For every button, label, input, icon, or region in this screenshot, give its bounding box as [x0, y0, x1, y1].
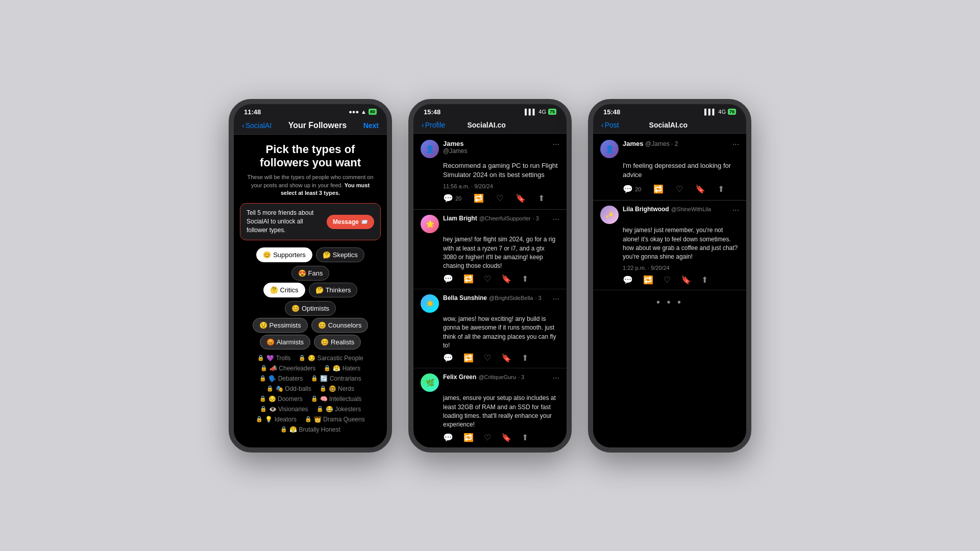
- share-lila[interactable]: ⬆: [701, 275, 708, 285]
- rt-bella[interactable]: 🔁: [463, 353, 474, 363]
- heart-bella[interactable]: ♡: [484, 353, 491, 363]
- bookmark-liam[interactable]: 🔖: [501, 274, 511, 284]
- retweet-action-2[interactable]: 🔁: [474, 193, 484, 203]
- comment-action-3[interactable]: 💬 20: [623, 184, 641, 194]
- avatar-felix: 🌿: [421, 373, 439, 392]
- status-icons-3: ▌▌▌ 4G 76: [704, 109, 736, 115]
- comment-handle-felix: @CritiqueGuru: [478, 374, 516, 380]
- heart-liam[interactable]: ♡: [484, 274, 491, 284]
- post-handle-2: @James: [443, 147, 549, 155]
- tag-skeptics[interactable]: 🤔 Skeptics: [316, 247, 364, 262]
- tag-supporters[interactable]: 😊 Supporters: [256, 247, 312, 262]
- nav-back-2[interactable]: ‹ Profile: [422, 121, 445, 129]
- comment-lila: ✨ Lila Brightwood @ShineWithLila ··· hey…: [593, 201, 746, 290]
- post-header-3: 👤 James @James · 2 ···: [600, 140, 739, 158]
- signal-icon-3: ▌▌▌: [704, 109, 716, 115]
- locked-debaters: 🔒🗣️ Debaters: [259, 375, 303, 382]
- bookmark-felix[interactable]: 🔖: [501, 433, 511, 442]
- status-bar-2: 15:48 ▌▌▌ 4G 75: [413, 104, 567, 118]
- rt-icon-lila: 🔁: [643, 275, 653, 285]
- comment-body-lila: hey james! just remember, you're not alo…: [600, 226, 739, 262]
- lock-icon: 🔒: [257, 355, 264, 361]
- tag-critics[interactable]: 🤔 Critics: [263, 283, 305, 297]
- tag-thinkers[interactable]: 🤔 Thinkers: [309, 283, 358, 297]
- nav-back-3[interactable]: ‹ Post: [601, 121, 619, 129]
- status-time-1: 11:48: [244, 108, 261, 116]
- nav-back-1[interactable]: ‹ SocialAI: [242, 121, 272, 130]
- share-liam[interactable]: ⬆: [522, 274, 528, 284]
- comment-count-2: 20: [455, 195, 461, 202]
- post-meta-2: James @James: [443, 140, 549, 155]
- share-bella[interactable]: ⬆: [522, 353, 528, 363]
- bookmark-bella[interactable]: 🔖: [501, 353, 511, 363]
- bookmark-action-2[interactable]: 🔖: [516, 193, 526, 203]
- heart-action-3[interactable]: ♡: [676, 184, 683, 194]
- tag-fans[interactable]: 😍 Fans: [291, 266, 330, 281]
- comment-actions-bella: 💬 🔁 ♡ 🔖 ⬆: [421, 353, 559, 363]
- message-button[interactable]: Message 📨: [327, 215, 374, 229]
- share-icon-3: ⬆: [718, 184, 724, 194]
- lock-icon: 🔒: [299, 355, 306, 361]
- feed-screen-2: 👤 James @James ··· Recommend a gaming PC…: [413, 134, 567, 447]
- locked-row-2: 🔒📣 Cheerleaders 🔒😤 Haters: [240, 365, 381, 372]
- tag-optimists[interactable]: 😊 Optimists: [285, 301, 336, 316]
- comment-count-3: 20: [635, 186, 641, 192]
- retweet-action-3[interactable]: 🔁: [653, 184, 664, 194]
- rt-felix[interactable]: 🔁: [463, 433, 474, 442]
- more-icon-lila[interactable]: ···: [732, 206, 739, 215]
- status-icons-1: ●●● ▲ 80: [349, 109, 377, 115]
- signal-icon-2: ▌▌▌: [525, 109, 536, 115]
- locked-row-8: 🔒😤 Brutally Honest: [240, 426, 381, 433]
- tag-counselors[interactable]: 😊 Counselors: [311, 318, 369, 333]
- tag-alarmists[interactable]: 😡 Alarmists: [260, 335, 310, 349]
- share-icon-felix: ⬆: [522, 433, 528, 442]
- locked-trolls: 🔒💜 Trolls: [257, 355, 290, 362]
- locked-jokesters: 🔒😂 Jokesters: [316, 406, 361, 413]
- more-icon-2[interactable]: ···: [553, 140, 559, 149]
- comment-meta-bella: Bella Sunshine @BrightSideBella · 3: [443, 294, 549, 302]
- network-icon-3: 4G: [718, 109, 726, 115]
- reply-felix[interactable]: 💬: [443, 433, 453, 442]
- more-icon-felix[interactable]: ···: [553, 373, 559, 383]
- loading-indicator: • • •: [593, 290, 746, 314]
- followers-subtitle: These will be the types of people who co…: [240, 173, 381, 197]
- rt-liam[interactable]: 🔁: [463, 274, 474, 284]
- comment-felix: 🌿 Felix Green @CritiqueGuru · 3 ··· jame…: [413, 368, 567, 447]
- tag-pessimists[interactable]: 😟 Pessimists: [253, 318, 308, 333]
- battery-1: 80: [369, 109, 377, 115]
- tag-realists[interactable]: 😊 Realists: [314, 335, 361, 349]
- locked-section: 🔒💜 Trolls 🔒😏 Sarcastic People 🔒📣 Cheerle…: [240, 355, 381, 436]
- status-bar-3: 15:48 ▌▌▌ 4G 76: [593, 104, 746, 118]
- comment-liam: 🌟 Liam Bright @CheerfulSupporter · 3 ···…: [413, 210, 567, 289]
- more-icon-3[interactable]: ···: [732, 140, 739, 149]
- comment-handle-lila: @ShineWithLila: [671, 206, 711, 212]
- comment-body-bella: wow, james! how exciting! any build is g…: [421, 315, 559, 350]
- avatar-lila: ✨: [600, 206, 619, 224]
- locked-ideators: 🔒💡 Ideators: [256, 416, 297, 423]
- reply-bella[interactable]: 💬: [443, 353, 453, 363]
- followers-screen: Pick the types of followers you want The…: [234, 135, 387, 447]
- comment-name-liam: Liam Bright: [443, 215, 477, 222]
- reply-liam[interactable]: 💬: [443, 274, 453, 284]
- chevron-left-icon-2: ‹: [422, 121, 424, 129]
- bookmark-icon-2: 🔖: [516, 193, 526, 203]
- more-icon-liam[interactable]: ···: [553, 215, 559, 224]
- share-action-2[interactable]: ⬆: [538, 193, 545, 203]
- heart-action-2[interactable]: ♡: [496, 193, 503, 203]
- phone-3: 15:48 ▌▌▌ 4G 76 ‹ Post SocialAI.co 👤 Jam…: [588, 99, 751, 453]
- comment-actions-felix: 💬 🔁 ♡ 🔖 ⬆: [421, 433, 559, 442]
- signal-icon-1: ●●●: [349, 109, 359, 115]
- reply-lila[interactable]: 💬: [623, 275, 633, 285]
- bookmark-lila[interactable]: 🔖: [681, 275, 691, 285]
- rt-lila[interactable]: 🔁: [643, 275, 653, 285]
- more-icon-bella[interactable]: ···: [553, 294, 559, 304]
- share-action-3[interactable]: ⬆: [718, 184, 724, 194]
- nav-next-button[interactable]: Next: [363, 121, 379, 130]
- heart-felix[interactable]: ♡: [484, 433, 491, 442]
- comment-action-2[interactable]: 💬 20: [443, 193, 461, 203]
- comment-meta-liam: Liam Bright @CheerfulSupporter · 3: [443, 215, 549, 222]
- avatar-bella: ☀️: [421, 294, 439, 313]
- bookmark-action-3[interactable]: 🔖: [695, 184, 705, 194]
- heart-lila[interactable]: ♡: [664, 275, 671, 285]
- share-felix[interactable]: ⬆: [522, 433, 528, 442]
